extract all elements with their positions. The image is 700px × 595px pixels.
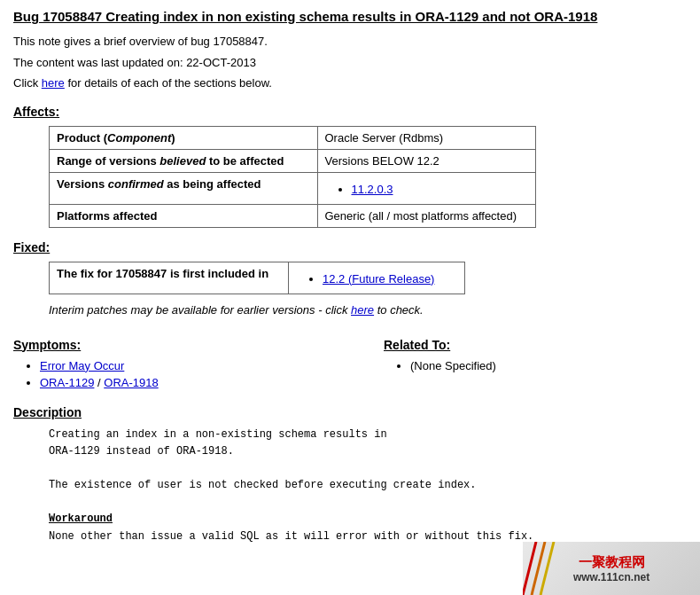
symptoms-list: Error May Occur ORA-1129 / ORA-1918 <box>40 359 350 389</box>
affects-table: Product (Component) Oracle Server (Rdbms… <box>49 126 536 228</box>
affects-row-product: Product (Component) Oracle Server (Rdbms… <box>50 126 536 149</box>
intro-here-link[interactable]: here <box>42 76 65 90</box>
affects-row-versions-confirmed: Versions confirmed as being affected 11.… <box>50 172 536 204</box>
intro-line3-suffix: for details of each of the sections belo… <box>65 76 272 90</box>
fixed-header: Fixed: <box>13 240 687 254</box>
symptom-ora1129-link[interactable]: ORA-1129 <box>40 376 94 389</box>
believed-bold-italic: believed <box>159 154 206 168</box>
related-none-text: (None Specified) <box>410 359 496 372</box>
affects-platforms-label: Platforms affected <box>50 204 318 227</box>
interim-suffix: to check. <box>374 303 424 317</box>
intro-line1: This note gives a brief overview of bug … <box>13 33 687 51</box>
symptom-ora1918-link[interactable]: ORA-1918 <box>104 376 158 389</box>
desc-line2: ORA-1129 instead of ORA-1918. <box>49 443 687 460</box>
watermark-decoration <box>523 542 567 554</box>
affects-believed-label: Range of versions believed to be affecte… <box>50 149 318 172</box>
affects-row-platforms: Platforms affected Generic (all / most p… <box>50 204 536 227</box>
symptom-error-link[interactable]: Error May Occur <box>40 359 124 372</box>
description-body: Creating an index in a non-existing sche… <box>49 427 687 545</box>
affects-confirmed-label: Versions confirmed as being affected <box>50 172 318 204</box>
interim-note: Interim patches may be available for ear… <box>49 303 687 317</box>
confirmed-bold-italic: confirmed <box>108 177 164 191</box>
fixed-table: The fix for 17058847 is first included i… <box>49 262 465 294</box>
desc-line1: Creating an index in a non-existing sche… <box>49 427 687 443</box>
version-link-11203[interactable]: 11.2.0.3 <box>352 183 393 196</box>
related-list: (None Specified) <box>410 359 687 372</box>
affects-platforms-value: Generic (all / most platforms affected) <box>317 204 536 227</box>
interim-here-link[interactable]: here <box>351 303 374 317</box>
fixed-row: The fix for 17058847 is first included i… <box>50 262 465 294</box>
symptoms-section: Symptoms: Error May Occur ORA-1129 / ORA… <box>13 325 350 393</box>
intro-line2: The content was last updated on: 22-OCT-… <box>13 54 687 72</box>
page-title: Bug 17058847 Creating index in non exist… <box>13 9 687 24</box>
interim-prefix: Interim patches may be available for ear… <box>49 303 351 317</box>
related-header: Related To: <box>384 338 687 352</box>
related-section: Related To: (None Specified) <box>384 325 687 376</box>
product-component-italic: Component <box>107 131 171 145</box>
affects-product-label: Product (Component) <box>50 126 318 149</box>
intro-line3-prefix: Click <box>13 76 42 90</box>
desc-workaround-title: Workaround <box>49 511 687 528</box>
affects-confirmed-value: 11.2.0.3 <box>317 172 536 204</box>
symptom-item-ora: ORA-1129 / ORA-1918 <box>40 376 350 389</box>
symptoms-related-wrapper: Symptoms: Error May Occur ORA-1129 / ORA… <box>13 325 687 393</box>
watermark: 一聚教程网 www.111cn.net <box>523 542 700 554</box>
related-item-none: (None Specified) <box>410 359 687 372</box>
affects-header: Affects: <box>13 105 687 119</box>
fixed-label: The fix for 17058847 is first included i… <box>50 262 289 294</box>
symptoms-header: Symptoms: <box>13 338 350 352</box>
affects-row-versions-believed: Range of versions believed to be affecte… <box>50 149 536 172</box>
affects-believed-value: Versions BELOW 12.2 <box>317 149 536 172</box>
description-header: Description <box>13 405 687 419</box>
intro-line3: Click here for details of each of the se… <box>13 74 687 92</box>
fixed-version-link[interactable]: 12.2 (Future Release) <box>323 272 434 286</box>
fixed-value: 12.2 (Future Release) <box>289 262 465 294</box>
description-section: Description Creating an index in a non-e… <box>13 405 687 545</box>
svg-line-0 <box>523 542 536 554</box>
affects-product-value: Oracle Server (Rdbms) <box>317 126 536 149</box>
symptom-item-error: Error May Occur <box>40 359 350 372</box>
desc-line3: The existence of user is not checked bef… <box>49 477 687 494</box>
intro-section: This note gives a brief overview of bug … <box>13 33 687 92</box>
